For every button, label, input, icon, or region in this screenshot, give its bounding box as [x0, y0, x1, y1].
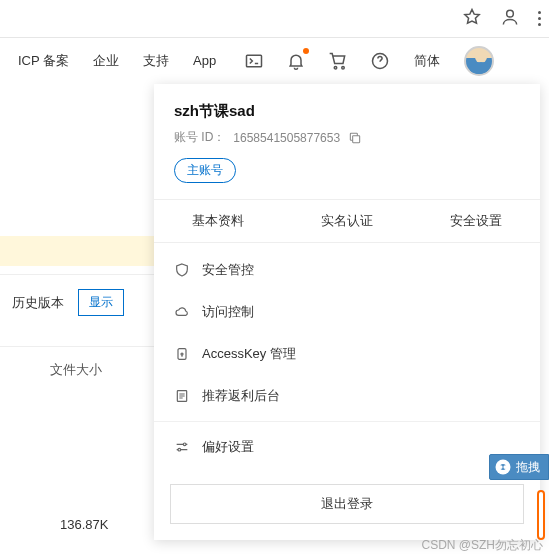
list-icon [174, 388, 190, 404]
panel-tabs: 基本资料 实名认证 安全设置 [154, 199, 540, 243]
profile-icon[interactable] [500, 7, 520, 30]
menu-label: 访问控制 [202, 303, 254, 321]
cart-icon[interactable] [328, 51, 348, 71]
filesize-value: 136.87K [0, 493, 160, 532]
menu-label: 安全管控 [202, 261, 254, 279]
history-label: 历史版本 [12, 294, 64, 312]
star-icon[interactable] [462, 7, 482, 30]
page-background: 历史版本 显示 文件大小 136.87K [0, 84, 160, 532]
logout-button[interactable]: 退出登录 [170, 484, 524, 524]
svg-rect-1 [247, 55, 262, 67]
scroll-indicator[interactable] [537, 490, 545, 540]
svg-rect-6 [178, 349, 186, 360]
menu-prefs[interactable]: 偏好设置 [154, 426, 540, 468]
nav-icp[interactable]: ICP 备案 [18, 52, 69, 70]
float-label: 拖拽 [516, 459, 540, 476]
nav-support[interactable]: 支持 [143, 52, 169, 70]
drag-float-button[interactable]: 拖拽 [489, 454, 549, 480]
nav-enterprise[interactable]: 企业 [93, 52, 119, 70]
menu-label: AccessKey 管理 [202, 345, 296, 363]
svg-point-2 [334, 66, 337, 69]
account-id-row: 账号 ID： 1658541505877653 [174, 129, 520, 146]
help-icon[interactable] [370, 51, 390, 71]
panel-menu: 安全管控 访问控制 AccessKey 管理 推荐返利后台 偏好设置 [154, 243, 540, 474]
top-nav: ICP 备案 企业 支持 App 简体 [0, 38, 549, 84]
svg-point-3 [342, 66, 345, 69]
shield-icon [174, 262, 190, 278]
svg-point-12 [499, 465, 503, 469]
cloud-icon [174, 304, 190, 320]
tab-verify[interactable]: 实名认证 [283, 200, 412, 242]
account-id-value: 1658541505877653 [233, 131, 340, 145]
menu-accesskey[interactable]: AccessKey 管理 [154, 333, 540, 375]
key-icon [174, 346, 190, 362]
tab-profile[interactable]: 基本资料 [154, 200, 283, 242]
svg-rect-5 [353, 135, 360, 142]
sliders-icon [174, 439, 190, 455]
menu-label: 推荐返利后台 [202, 387, 280, 405]
menu-rebate[interactable]: 推荐返利后台 [154, 375, 540, 417]
copy-icon[interactable] [348, 131, 362, 145]
svg-point-0 [507, 10, 514, 17]
svg-point-10 [178, 448, 181, 451]
terminal-icon[interactable] [244, 51, 264, 71]
main-account-badge[interactable]: 主账号 [174, 158, 236, 183]
avatar[interactable] [464, 46, 494, 76]
nav-app[interactable]: App [193, 53, 216, 68]
nav-icons [244, 51, 390, 71]
menu-security[interactable]: 安全管控 [154, 249, 540, 291]
menu-label: 偏好设置 [202, 438, 254, 456]
panel-header: szh节课sad 账号 ID： 1658541505877653 主账号 [154, 84, 540, 199]
notice-bar [0, 236, 160, 266]
watermark: CSDN @SZH勿忘初心 [421, 537, 543, 554]
account-dropdown: szh节课sad 账号 ID： 1658541505877653 主账号 基本资… [154, 84, 540, 540]
tab-security[interactable]: 安全设置 [411, 200, 540, 242]
menu-icon[interactable] [538, 11, 541, 26]
svg-point-7 [181, 353, 183, 355]
browser-toolbar [0, 0, 549, 38]
menu-access[interactable]: 访问控制 [154, 291, 540, 333]
language-selector[interactable]: 简体 [414, 52, 440, 70]
filesize-header: 文件大小 [0, 346, 160, 393]
show-button[interactable]: 显示 [78, 289, 124, 316]
svg-point-13 [503, 465, 507, 469]
svg-point-9 [183, 443, 186, 446]
bell-icon[interactable] [286, 51, 306, 71]
account-id-label: 账号 ID： [174, 129, 225, 146]
menu-separator [154, 421, 540, 422]
history-row: 历史版本 显示 [0, 274, 160, 330]
account-name: szh节课sad [174, 102, 520, 121]
